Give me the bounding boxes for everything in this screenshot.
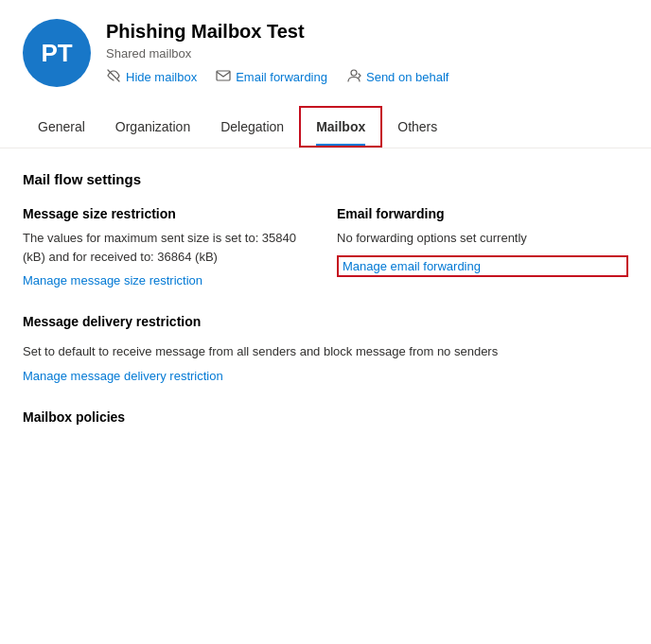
hide-icon bbox=[106, 68, 121, 86]
main-content: Mail flow settings Message size restrict… bbox=[0, 148, 651, 453]
svg-point-1 bbox=[351, 70, 357, 76]
message-size-text: The values for maximum sent size is set … bbox=[23, 229, 314, 266]
tab-organization[interactable]: Organization bbox=[100, 108, 205, 146]
tab-delegation[interactable]: Delegation bbox=[205, 108, 299, 146]
email-forwarding-action[interactable]: Email forwarding bbox=[216, 68, 327, 86]
mailbox-title: Phishing Mailbox Test bbox=[106, 21, 449, 43]
tab-bar: General Organization Delegation Mailbox … bbox=[0, 106, 651, 148]
mail-flow-title: Mail flow settings bbox=[23, 171, 628, 187]
mailbox-subtitle: Shared mailbox bbox=[106, 46, 449, 61]
mailbox-policies-section: Mailbox policies bbox=[23, 409, 628, 425]
message-size-title: Message size restriction bbox=[23, 206, 314, 221]
tab-general[interactable]: General bbox=[23, 108, 100, 146]
manage-delivery-restriction-link[interactable]: Manage message delivery restriction bbox=[23, 369, 628, 383]
message-size-section: Message size restriction The values for … bbox=[23, 206, 314, 287]
email-forwarding-section: Email forwarding No forwarding options s… bbox=[337, 206, 628, 287]
header-info: Phishing Mailbox Test Shared mailbox Hid… bbox=[106, 21, 449, 86]
header-actions: Hide mailbox Email forwarding bbox=[106, 68, 449, 86]
hide-mailbox-action[interactable]: Hide mailbox bbox=[106, 68, 197, 86]
tab-mailbox[interactable]: Mailbox bbox=[299, 106, 382, 148]
two-col-layout: Message size restriction The values for … bbox=[23, 206, 628, 287]
tab-others[interactable]: Others bbox=[382, 108, 452, 146]
delivery-restriction-title: Message delivery restriction bbox=[23, 314, 628, 329]
mailbox-policies-title: Mailbox policies bbox=[23, 409, 628, 425]
mailbox-header: PT Phishing Mailbox Test Shared mailbox … bbox=[0, 0, 651, 102]
delivery-restriction-section: Message delivery restriction Set to defa… bbox=[23, 314, 628, 383]
email-forwarding-title: Email forwarding bbox=[337, 206, 628, 221]
envelope-icon bbox=[216, 68, 231, 86]
delivery-restriction-text: Set to default to receive message from a… bbox=[23, 342, 628, 361]
email-forwarding-status: No forwarding options set currently bbox=[337, 229, 628, 248]
send-on-behalf-action[interactable]: Send on behalf bbox=[346, 68, 449, 86]
manage-forwarding-link[interactable]: Manage email forwarding bbox=[337, 255, 628, 277]
avatar: PT bbox=[23, 19, 91, 87]
svg-rect-0 bbox=[217, 71, 230, 80]
person-icon bbox=[346, 68, 361, 86]
manage-size-restriction-link[interactable]: Manage message size restriction bbox=[23, 273, 314, 287]
